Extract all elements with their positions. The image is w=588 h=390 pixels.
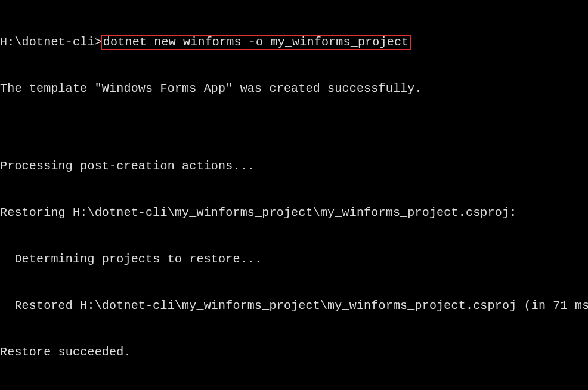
output-line: The template "Windows Forms App" was cre… — [0, 81, 588, 97]
output-line: Processing post-creation actions... — [0, 159, 588, 174]
output-line: Determining projects to restore... — [0, 252, 588, 267]
terminal-output[interactable]: H:\dotnet-cli>dotnet new winforms -o my_… — [0, 0, 588, 390]
output-line: Restoring H:\dotnet-cli\my_winforms_proj… — [0, 205, 588, 221]
output-line: Restore succeeded. — [0, 345, 588, 360]
prompt-text: H:\dotnet-cli> — [0, 35, 102, 49]
command-highlight: dotnet new winforms -o my_winforms_proje… — [101, 35, 411, 50]
output-line: Restored H:\dotnet-cli\my_winforms_proje… — [0, 298, 588, 314]
prompt-line: H:\dotnet-cli>dotnet new winforms -o my_… — [0, 35, 588, 50]
